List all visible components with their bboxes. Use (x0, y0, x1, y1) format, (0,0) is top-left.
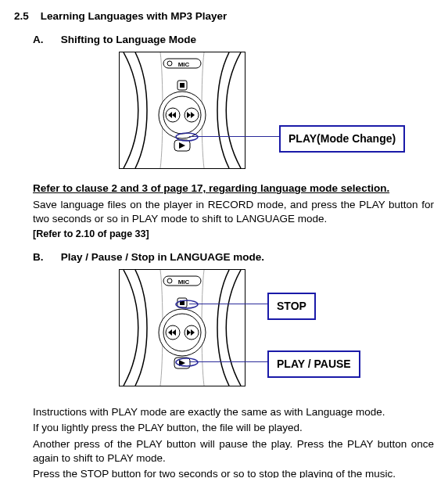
b-paragraph-2: If you lightly press the PLAY button, th… (33, 421, 434, 435)
subsection-a-heading: A. Shifting to Language Mode (33, 33, 434, 47)
b-paragraph-1: Instructions with PLAY mode are exactly … (33, 405, 434, 419)
a-bracket-ref: [Refer to 2.10 of page 33] (33, 228, 434, 241)
leader-line-a (189, 136, 279, 137)
svg-rect-7 (180, 83, 185, 88)
subsection-b-heading: B. Play / Pause / Stop in LANGUAGE mode. (33, 250, 434, 264)
section-heading: 2.5 Learning Languages with MP3 Player (14, 9, 434, 23)
subsection-b-letter: B. (33, 250, 58, 264)
leader-line-b-play (189, 361, 267, 362)
device-diagram-a: MIC (119, 52, 246, 169)
refer-line: Refer to clause 2 and 3 of page 17, rega… (33, 181, 434, 196)
leader-line-b-stop (189, 304, 267, 304)
svg-text:MIC: MIC (178, 279, 190, 286)
callout-stop: STOP (267, 293, 316, 320)
section-title: Learning Languages with MP3 Player (41, 10, 228, 22)
section-number: 2.5 (14, 10, 29, 22)
refer-line-text: Refer to clause 2 and 3 of page 17, rega… (33, 182, 389, 194)
callout-stop-text: STOP (277, 300, 306, 312)
subsection-a-title: Shifting to Language Mode (61, 34, 196, 45)
b-paragraph-4: Press the STOP button for two seconds or… (33, 467, 434, 478)
device-diagram-b: MIC (119, 269, 246, 386)
callout-play-pause: PLAY / PAUSE (267, 350, 360, 378)
subsection-b-title: Play / Pause / Stop in LANGUAGE mode. (61, 251, 264, 263)
device-svg-b: MIC (120, 270, 245, 386)
figure-a: MIC PLAY(Mode Change) (33, 52, 434, 177)
device-svg-a: MIC (120, 52, 245, 168)
callout-play-mode-change-text: PLAY(Mode Change) (289, 132, 396, 145)
a-paragraph-1: Save language files on the player in REC… (33, 198, 434, 226)
figure-b: MIC STOP PLAY / PAUSE (33, 269, 434, 401)
mic-label: MIC (178, 61, 190, 68)
subsection-a-letter: A. (33, 33, 58, 47)
callout-play-pause-text: PLAY / PAUSE (277, 358, 351, 370)
b-paragraph-3: Another press of the PLAY button will pa… (33, 437, 434, 465)
callout-play-mode-change: PLAY(Mode Change) (279, 125, 405, 153)
